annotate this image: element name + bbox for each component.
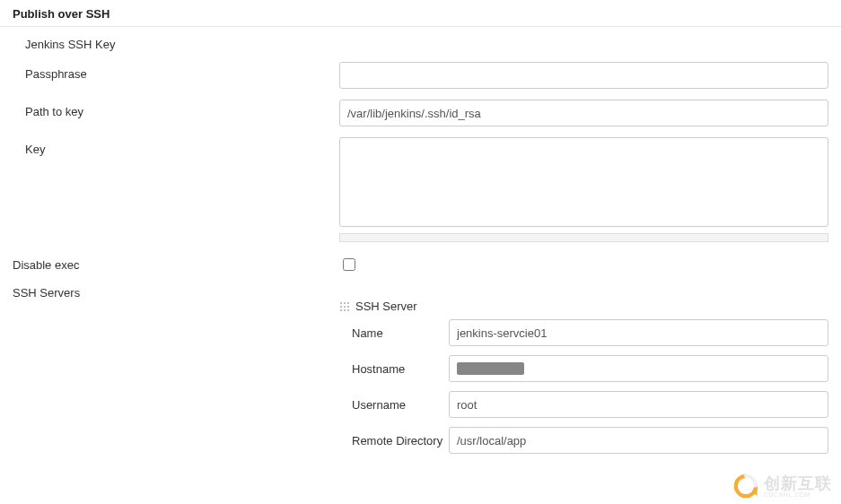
jenkins-ssh-key-row: Jenkins SSH Key <box>0 27 841 56</box>
svg-point-0 <box>340 302 342 304</box>
ssh-server-header: SSH Server <box>339 300 841 313</box>
svg-point-6 <box>340 309 342 311</box>
passphrase-label: Passphrase <box>25 62 339 81</box>
drag-handle-icon[interactable] <box>339 301 350 312</box>
svg-point-1 <box>344 302 346 304</box>
svg-point-3 <box>340 306 342 308</box>
svg-point-4 <box>344 306 346 308</box>
ssh-servers-row: SSH Servers <box>0 279 841 300</box>
key-textarea[interactable] <box>339 137 828 227</box>
passphrase-row: Passphrase <box>0 56 841 94</box>
key-label: Key <box>25 137 339 156</box>
hostname-input[interactable] <box>449 355 828 382</box>
username-input[interactable] <box>449 391 828 418</box>
disable-exec-row: Disable exec <box>0 248 841 279</box>
watermark-text: 创新互联 <box>764 475 832 491</box>
username-label: Username <box>352 398 449 412</box>
path-to-key-label: Path to key <box>25 100 339 118</box>
hostname-label: Hostname <box>352 362 449 376</box>
disable-exec-label: Disable exec <box>13 253 339 272</box>
section-title: Publish over SSH <box>0 0 841 26</box>
disable-exec-checkbox[interactable] <box>343 258 355 271</box>
name-row: Name <box>339 315 841 351</box>
remote-directory-label: Remote Directory <box>352 434 449 448</box>
svg-point-8 <box>347 309 349 311</box>
remote-directory-row: Remote Directory <box>339 422 841 458</box>
username-row: Username <box>339 387 841 422</box>
remote-directory-input[interactable] <box>449 427 828 454</box>
path-to-key-row: Path to key <box>0 94 841 132</box>
ssh-servers-label: SSH Servers <box>13 281 339 300</box>
svg-point-7 <box>344 309 346 311</box>
passphrase-input[interactable] <box>339 62 828 89</box>
hostname-row: Hostname <box>339 351 841 387</box>
path-to-key-input[interactable] <box>339 100 828 126</box>
textarea-scrollbar[interactable] <box>339 233 828 242</box>
ssh-server-subsection-title: SSH Server <box>355 300 417 313</box>
watermark-subtext: CDCXHL.COM <box>764 491 810 498</box>
ssh-server-block: Name Hostname Username Remote Directory <box>339 315 841 458</box>
name-label: Name <box>352 326 449 340</box>
jenkins-ssh-key-heading: Jenkins SSH Key <box>25 32 115 51</box>
watermark: 创新互联 CDCXHL.COM <box>733 474 832 499</box>
watermark-logo-icon <box>733 474 758 499</box>
svg-point-2 <box>347 302 349 304</box>
svg-point-5 <box>347 306 349 308</box>
name-input[interactable] <box>449 319 828 346</box>
hostname-redacted-value <box>457 362 524 375</box>
key-row: Key <box>0 132 841 248</box>
